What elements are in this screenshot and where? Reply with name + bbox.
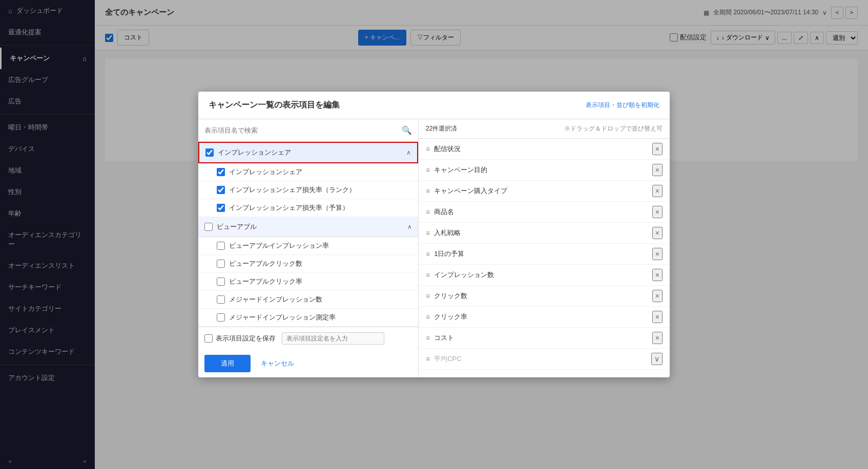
selected-count: 22件選択済 (426, 124, 457, 133)
checkbox-viewable-3[interactable] (217, 278, 225, 286)
sub-item-viewable-5[interactable]: メジャードインプレッション測定率 (198, 309, 418, 327)
drag-handle-6[interactable]: ≡ (426, 271, 430, 279)
drag-handle-0[interactable]: ≡ (426, 145, 430, 153)
drag-handle-5[interactable]: ≡ (426, 250, 430, 258)
checkbox-viewable-5[interactable] (217, 313, 225, 322)
right-item-0: ≡ 配信状況 × (419, 139, 670, 160)
remove-btn-8[interactable]: × (652, 311, 663, 323)
group-checkbox-impression-share[interactable] (205, 148, 214, 157)
remove-btn-4[interactable]: × (652, 227, 663, 239)
apply-btn[interactable]: 適用 (204, 355, 251, 372)
cancel-btn[interactable]: キャンセル (257, 355, 298, 372)
save-settings-row: 表示項目設定を保存 (198, 327, 418, 350)
right-item-4: ≡ 入札戦略 × (419, 223, 670, 244)
sub-item-viewable-4[interactable]: メジャードインプレッション数 (198, 291, 418, 309)
drag-handle-9[interactable]: ≡ (426, 334, 430, 342)
group-label-viewable: ビューアブル (217, 222, 407, 231)
remove-btn-5[interactable]: × (652, 248, 663, 260)
save-label: 表示項目設定を保存 (216, 334, 276, 343)
right-item-9: ≡ コスト × (419, 328, 670, 349)
search-box: 🔍 (198, 119, 418, 142)
chevron-up-icon: ∧ (406, 149, 411, 156)
chevron-up-icon-2: ∧ (407, 223, 412, 230)
modal: キャンペーン一覧の表示項目を編集 表示項目・並び順を初期化 🔍 インプレッション… (198, 92, 670, 377)
right-panel: 22件選択済 ※ドラッグ＆ドロップで並び替え可 ≡ 配信状況 × ≡ キャンペー… (419, 119, 670, 377)
checkbox-viewable-4[interactable] (217, 295, 225, 304)
remove-btn-10[interactable]: ∨ (651, 353, 663, 365)
drag-handle-2[interactable]: ≡ (426, 187, 430, 195)
drag-handle-1[interactable]: ≡ (426, 166, 430, 174)
modal-overlay[interactable]: キャンペーン一覧の表示項目を編集 表示項目・並び順を初期化 🔍 インプレッション… (0, 0, 868, 469)
remove-btn-7[interactable]: × (652, 290, 663, 302)
group-header-viewable[interactable]: ビューアブル ∧ (198, 217, 418, 237)
search-input[interactable] (204, 126, 402, 134)
save-name-input[interactable] (282, 332, 384, 345)
reset-btn[interactable]: 表示項目・並び順を初期化 (586, 101, 659, 110)
modal-header: キャンペーン一覧の表示項目を編集 表示項目・並び順を初期化 (198, 92, 670, 119)
remove-btn-9[interactable]: × (652, 332, 663, 344)
remove-btn-3[interactable]: × (652, 206, 663, 218)
right-item-10: ≡ 平均CPC ∨ (419, 349, 670, 370)
right-list: ≡ 配信状況 × ≡ キャンペーン目的 × ≡ キャンペーン購入タイプ × (419, 139, 670, 377)
modal-body: 🔍 インプレッションシェア ∧ インプレッションシェア (198, 119, 670, 377)
drag-hint: ※ドラッグ＆ドロップで並び替え可 (564, 124, 663, 133)
group-checkbox-viewable[interactable] (204, 223, 213, 231)
drag-handle-4[interactable]: ≡ (426, 229, 430, 237)
right-panel-header: 22件選択済 ※ドラッグ＆ドロップで並び替え可 (419, 119, 670, 139)
right-item-2: ≡ キャンペーン購入タイプ × (419, 181, 670, 202)
remove-btn-2[interactable]: × (652, 185, 663, 197)
sub-item-impression-share-2[interactable]: インプレッションシェア損失率（ランク） (198, 181, 418, 199)
modal-action-row: 適用 キャンセル (198, 350, 418, 377)
right-item-3: ≡ 商品名 × (419, 202, 670, 223)
right-item-5: ≡ 1日の予算 × (419, 244, 670, 265)
modal-title: キャンペーン一覧の表示項目を編集 (209, 100, 340, 111)
checkbox-impression-share-3[interactable] (217, 204, 225, 212)
items-list: インプレッションシェア ∧ インプレッションシェア インプレッションシェア損失率… (198, 142, 418, 327)
remove-btn-1[interactable]: × (652, 164, 663, 176)
remove-btn-6[interactable]: × (652, 269, 663, 281)
drag-handle-10[interactable]: ≡ (426, 355, 430, 363)
checkbox-viewable-2[interactable] (217, 260, 225, 268)
sub-item-viewable-1[interactable]: ビューアブルインプレッション率 (198, 237, 418, 255)
checkbox-impression-share-2[interactable] (217, 186, 225, 194)
drag-handle-3[interactable]: ≡ (426, 208, 430, 216)
right-item-7: ≡ クリック数 × (419, 286, 670, 307)
save-checkbox[interactable] (204, 334, 213, 343)
sub-item-impression-share-3[interactable]: インプレッションシェア損失率（予算） (198, 199, 418, 217)
group-label-impression-share: インプレッションシェア (218, 148, 406, 157)
search-icon: 🔍 (402, 125, 412, 135)
checkbox-impression-share-1[interactable] (217, 168, 225, 176)
right-item-8: ≡ クリック率 × (419, 307, 670, 328)
sub-item-viewable-3[interactable]: ビューアブルクリック率 (198, 273, 418, 291)
drag-handle-7[interactable]: ≡ (426, 292, 430, 300)
sub-item-viewable-2[interactable]: ビューアブルクリック数 (198, 255, 418, 273)
group-header-impression-share[interactable]: インプレッションシェア ∧ (198, 142, 418, 163)
checkbox-viewable-1[interactable] (217, 242, 225, 250)
save-checkbox-wrap: 表示項目設定を保存 (204, 334, 276, 343)
sub-item-impression-share-1[interactable]: インプレッションシェア (198, 163, 418, 181)
right-item-1: ≡ キャンペーン目的 × (419, 160, 670, 181)
left-panel: 🔍 インプレッションシェア ∧ インプレッションシェア (198, 119, 419, 377)
remove-btn-0[interactable]: × (652, 143, 663, 155)
drag-handle-8[interactable]: ≡ (426, 313, 430, 321)
right-item-6: ≡ インプレッション数 × (419, 265, 670, 286)
